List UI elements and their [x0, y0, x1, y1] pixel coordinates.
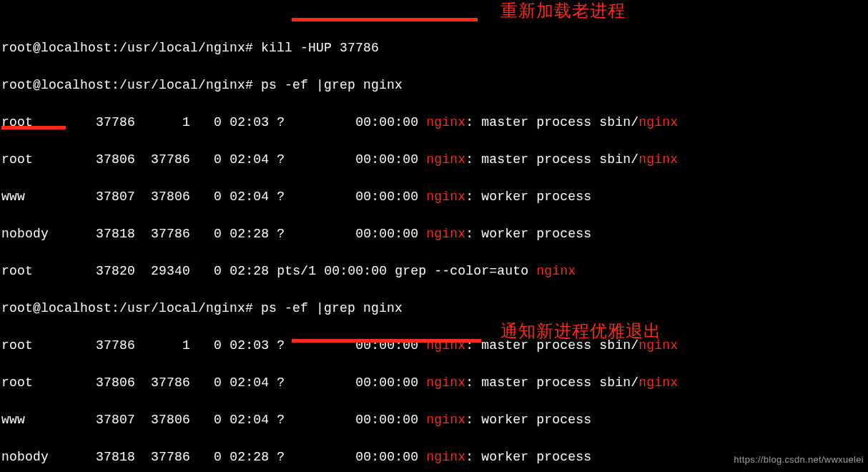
- shell-prompt: root@localhost:/usr/local/nginx#: [1, 301, 261, 315]
- cmd-line-kill-hup: root@localhost:/usr/local/nginx# kill -H…: [1, 39, 867, 57]
- cmd-line-ps-1: root@localhost:/usr/local/nginx# ps -ef …: [1, 76, 867, 94]
- ps-row: root 37806 37786 0 02:04 ? 00:00:00 ngin…: [1, 150, 867, 169]
- cmd-line-ps-2: root@localhost:/usr/local/nginx# ps -ef …: [1, 299, 867, 318]
- underline-icon: [292, 18, 478, 21]
- shell-prompt: root@localhost:/usr/local/nginx#: [1, 78, 261, 92]
- terminal-output[interactable]: root@localhost:/usr/local/nginx# kill -H…: [1, 1, 867, 472]
- shell-prompt: root@localhost:/usr/local/nginx#: [1, 41, 261, 55]
- ps-row: root 37820 29340 0 02:28 pts/1 00:00:00 …: [1, 262, 867, 280]
- cmd-text: ps -ef |grep nginx: [261, 301, 403, 315]
- annotation-reload-old-process: 重新加载老进程: [500, 1, 626, 20]
- ps-row: root 37806 37786 0 02:04 ? 00:00:00 ngin…: [1, 373, 867, 392]
- cmd-text: kill -HUP 37786: [261, 41, 379, 55]
- underline-icon: [1, 126, 66, 129]
- watermark-text: https://blog.csdn.net/wwxuelei: [734, 451, 864, 469]
- ps-row: root 37786 1 0 02:03 ? 00:00:00 nginx: m…: [1, 113, 867, 132]
- ps-row: www 37807 37806 0 02:04 ? 00:00:00 nginx…: [1, 410, 867, 429]
- cmd-text: ps -ef |grep nginx: [261, 78, 403, 92]
- ps-row: nobody 37818 37786 0 02:28 ? 00:00:00 ng…: [1, 225, 867, 243]
- annotation-notify-graceful-quit: 通知新进程优雅退出: [500, 322, 661, 340]
- ps-row: www 37807 37806 0 02:04 ? 00:00:00 nginx…: [1, 187, 867, 206]
- underline-icon: [292, 339, 481, 343]
